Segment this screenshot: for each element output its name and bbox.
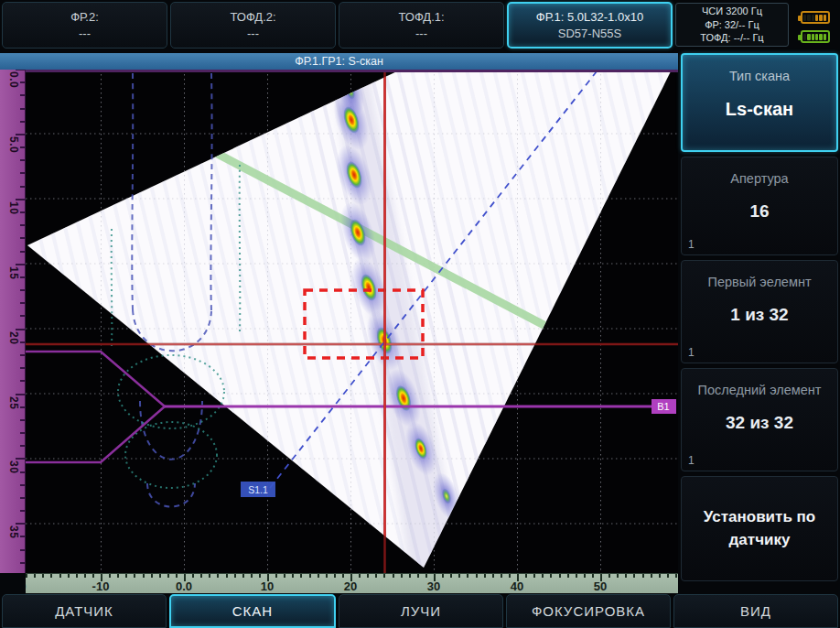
tab-fr2[interactable]: ФР.2: --- bbox=[2, 2, 167, 49]
y-axis-label: 0.0 bbox=[7, 71, 20, 88]
device-screen: ФР.2: --- ТОФД.2: --- ТОФД.1: --- ФР.1: … bbox=[0, 0, 840, 628]
distance-ruler-tick bbox=[401, 574, 403, 578]
distance-ruler-tick bbox=[125, 574, 127, 578]
distance-ruler-tick bbox=[292, 574, 294, 578]
tab-tofd1[interactable]: ТОФД.1: --- bbox=[339, 2, 504, 49]
tab-tofd2[interactable]: ТОФД.2: --- bbox=[170, 2, 336, 49]
s-scan-plot: B1 S1.1 bbox=[26, 70, 678, 573]
panel-label: Первый эелемнт bbox=[707, 275, 811, 289]
depth-ruler-tick bbox=[20, 276, 25, 278]
distance-ruler-tick bbox=[209, 574, 210, 578]
beam-ray-label: S1.1 bbox=[248, 484, 268, 495]
x-axis-label: 50 bbox=[594, 579, 607, 593]
distance-ruler-tick bbox=[159, 574, 161, 578]
panel-aperture[interactable]: Апертура 16 1 bbox=[681, 157, 838, 255]
depth-ruler-tick bbox=[16, 329, 25, 330]
distance-ruler-tick bbox=[617, 574, 619, 578]
distance-ruler-tick bbox=[633, 574, 635, 578]
depth-ruler-tick bbox=[16, 394, 25, 395]
distance-ruler-tick bbox=[375, 574, 377, 578]
battery-segment bbox=[803, 15, 806, 21]
distance-ruler-tick bbox=[342, 574, 344, 578]
battery-segment bbox=[815, 34, 818, 40]
distance-ruler-tick bbox=[525, 574, 527, 578]
tab-value: --- bbox=[79, 27, 91, 40]
tab-label: ТОФД.2: bbox=[230, 10, 275, 24]
depth-ruler-tick bbox=[20, 419, 25, 421]
panel-last-element[interactable]: Последний элемент 32 из 32 1 bbox=[681, 368, 838, 471]
panel-set-by-probe-button[interactable]: Установить по датчику bbox=[681, 476, 838, 581]
battery-segment bbox=[803, 34, 806, 40]
distance-ruler-tick bbox=[467, 574, 468, 578]
distance-ruler-tick bbox=[642, 574, 644, 578]
menu-probe[interactable]: ДАТЧИК bbox=[2, 594, 167, 628]
distance-ruler-tick bbox=[359, 574, 361, 578]
scan-view-title: ФР.1.ГР1: S-скан bbox=[295, 55, 383, 68]
y-axis-label: 30 bbox=[7, 460, 20, 473]
distance-ruler-tick bbox=[651, 574, 652, 578]
battery-indicators bbox=[792, 2, 838, 52]
depth-ruler-tick bbox=[20, 121, 25, 123]
distance-ruler-tick bbox=[300, 574, 302, 578]
panel-label: Апертура bbox=[730, 171, 788, 186]
distance-ruler-tick bbox=[176, 574, 178, 578]
menu-scan[interactable]: СКАН bbox=[169, 594, 336, 628]
distance-ruler-tick bbox=[484, 574, 486, 578]
distance-ruler-tick bbox=[509, 574, 511, 578]
y-axis-label: 35 bbox=[7, 525, 20, 538]
scan-view-title-bar: ФР.1.ГР1: S-скан bbox=[0, 53, 678, 70]
battery-segment bbox=[819, 15, 822, 21]
menu-view[interactable]: ВИД bbox=[673, 594, 838, 628]
depth-ruler-tick bbox=[20, 94, 25, 96]
ruler-corner bbox=[0, 573, 26, 593]
status-line-tofd: ТОФД: --/-- Гц bbox=[700, 31, 763, 45]
distance-ruler-tick bbox=[134, 574, 135, 578]
depth-ruler-tick bbox=[20, 108, 25, 110]
distance-ruler-tick bbox=[84, 574, 86, 578]
tab-label: ФР.1: 5.0L32-1.0x10 bbox=[536, 10, 643, 24]
depth-ruler-tick bbox=[20, 354, 25, 356]
battery-1 bbox=[801, 11, 830, 24]
distance-ruler-tick bbox=[151, 574, 153, 578]
depth-ruler-tick bbox=[20, 497, 25, 499]
distance-ruler-tick bbox=[318, 574, 319, 578]
distance-ruler-tick bbox=[275, 574, 277, 578]
menu-rays[interactable]: ЛУЧИ bbox=[339, 594, 503, 628]
distance-ruler-tick bbox=[334, 574, 336, 578]
panel-first-element[interactable]: Первый эелемнт 1 из 32 1 bbox=[681, 260, 838, 363]
depth-ruler-tick bbox=[16, 70, 25, 70]
right-menu: Тип скана Ls-скан Апертура 16 1 Первый э… bbox=[681, 53, 838, 581]
depth-ruler-tick bbox=[20, 315, 25, 317]
battery-segment bbox=[807, 15, 810, 21]
panel-value: 16 bbox=[749, 201, 769, 222]
tab-value: --- bbox=[415, 27, 427, 40]
x-axis-label: 30 bbox=[427, 579, 440, 593]
gate-b1-label: B1 bbox=[657, 401, 669, 412]
battery-segment bbox=[819, 34, 822, 40]
panel-value: 32 из 32 bbox=[726, 413, 793, 433]
distance-ruler-tick bbox=[425, 574, 427, 578]
depth-ruler-tick bbox=[20, 510, 25, 512]
y-axis-label: 20 bbox=[7, 331, 20, 344]
depth-ruler-tick bbox=[20, 251, 25, 253]
tab-label: ФР.2: bbox=[70, 10, 99, 24]
distance-ruler-tick bbox=[200, 574, 202, 578]
battery-2 bbox=[801, 30, 830, 43]
depth-ruler-tick bbox=[20, 549, 25, 551]
y-axis-label: 25 bbox=[7, 396, 20, 409]
depth-ruler-tick bbox=[20, 302, 25, 304]
menu-label: ВИД bbox=[740, 603, 771, 619]
depth-ruler-tick bbox=[20, 445, 25, 447]
panel-scan-type[interactable]: Тип скана Ls-скан bbox=[681, 53, 838, 152]
menu-focusing[interactable]: ФОКУСИРОВКА bbox=[506, 594, 671, 628]
depth-ruler-tick bbox=[16, 523, 25, 525]
distance-ruler-tick bbox=[542, 574, 544, 578]
tab-fr1-active[interactable]: ФР.1: 5.0L32-1.0x10 SD57-N55S bbox=[507, 2, 673, 49]
battery-segment bbox=[812, 15, 814, 21]
panel-action-label: Установить по датчику bbox=[682, 506, 837, 551]
y-axis-label: 15 bbox=[7, 266, 20, 279]
menu-label: ДАТЧИК bbox=[55, 603, 113, 619]
distance-ruler-tick bbox=[117, 574, 119, 578]
panel-step-badge: 1 bbox=[688, 346, 695, 359]
distance-ruler-tick bbox=[559, 574, 561, 578]
